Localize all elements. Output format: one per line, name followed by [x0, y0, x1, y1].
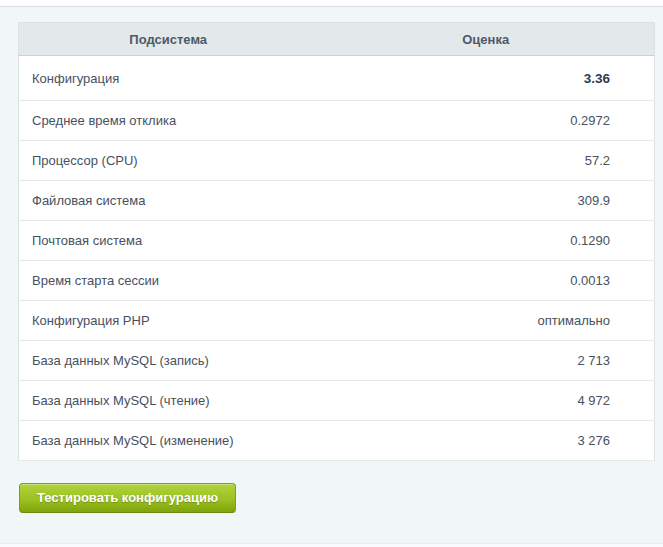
subsystem-name: База данных MySQL (чтение): [19, 381, 318, 421]
subsystem-name: База данных MySQL (запись): [19, 341, 318, 381]
subsystem-score: 0.1290: [317, 221, 654, 261]
column-header-score: Оценка: [317, 23, 654, 56]
subsystem-score: 0.0013: [317, 261, 654, 301]
subsystem-name: Время старта сессии: [19, 261, 318, 301]
column-header-subsystem: Подсистема: [19, 23, 318, 56]
performance-table: Подсистема Оценка Конфигурация 3.36 Сред…: [18, 22, 655, 461]
bottom-divider: [0, 543, 663, 547]
top-divider: [0, 0, 663, 7]
table-row: Почтовая система 0.1290: [19, 221, 655, 261]
subsystem-score: 2 713: [317, 341, 654, 381]
performance-panel: Подсистема Оценка Конфигурация 3.36 Сред…: [0, 7, 663, 513]
table-row: Процессор (CPU) 57.2: [19, 141, 655, 181]
test-configuration-button[interactable]: Тестировать конфигурацию: [19, 483, 236, 513]
subsystem-name: Конфигурация: [19, 56, 318, 101]
subsystem-score: 3 276: [317, 421, 654, 461]
table-row: Файловая система 309.9: [19, 181, 655, 221]
table-row: База данных MySQL (изменение) 3 276: [19, 421, 655, 461]
table-row: База данных MySQL (запись) 2 713: [19, 341, 655, 381]
table-body: Конфигурация 3.36 Среднее время отклика …: [19, 56, 655, 461]
subsystem-score: 309.9: [317, 181, 654, 221]
table-row: База данных MySQL (чтение) 4 972: [19, 381, 655, 421]
subsystem-score: 0.2972: [317, 101, 654, 141]
table-row: Конфигурация 3.36: [19, 56, 655, 101]
subsystem-score: 57.2: [317, 141, 654, 181]
subsystem-score: 4 972: [317, 381, 654, 421]
table-header-row: Подсистема Оценка: [19, 23, 655, 56]
subsystem-name: Файловая система: [19, 181, 318, 221]
subsystem-score: 3.36: [317, 56, 654, 101]
subsystem-name: Среднее время отклика: [19, 101, 318, 141]
table-row: Среднее время отклика 0.2972: [19, 101, 655, 141]
subsystem-name: База данных MySQL (изменение): [19, 421, 318, 461]
subsystem-name: Процессор (CPU): [19, 141, 318, 181]
subsystem-score: оптимально: [317, 301, 654, 341]
table-row: Конфигурация PHP оптимально: [19, 301, 655, 341]
table-row: Время старта сессии 0.0013: [19, 261, 655, 301]
subsystem-name: Конфигурация PHP: [19, 301, 318, 341]
subsystem-name: Почтовая система: [19, 221, 318, 261]
